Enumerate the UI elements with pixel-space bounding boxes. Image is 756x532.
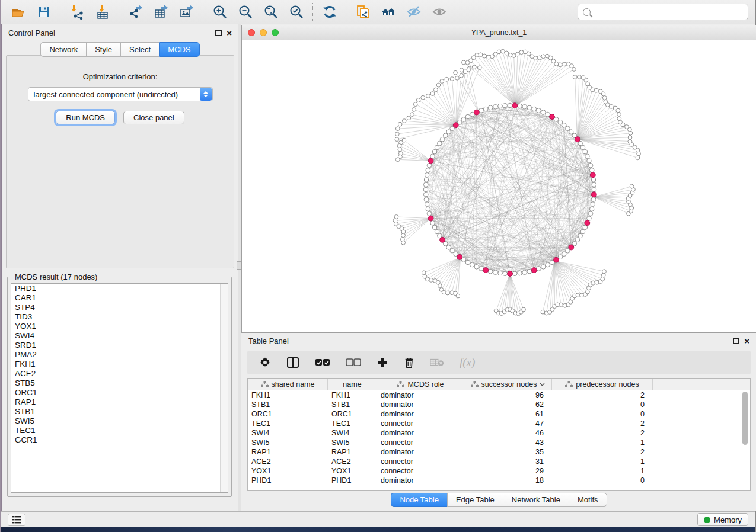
- mcds-result-item[interactable]: TID3: [11, 312, 228, 322]
- desktop-background: [1, 527, 755, 532]
- table-row[interactable]: PHD1PHD1dominator180: [248, 476, 750, 485]
- float-table-panel-icon[interactable]: [733, 338, 739, 344]
- network-canvas[interactable]: [242, 40, 756, 332]
- mcds-result-item[interactable]: SWI4: [11, 331, 228, 341]
- close-panel-icon[interactable]: ×: [227, 30, 232, 36]
- mcds-result-item[interactable]: SWI5: [11, 416, 228, 426]
- network-window-title: YPA_prune.txt_1: [471, 28, 527, 37]
- delete-column-icon[interactable]: [404, 357, 414, 368]
- table-scrollbar-thumb[interactable]: [742, 392, 748, 445]
- toolbar-separator: [203, 3, 203, 21]
- close-table-panel-icon[interactable]: ×: [744, 338, 749, 344]
- task-history-button[interactable]: [8, 514, 25, 526]
- table-row[interactable]: SWI5SWI5connector431: [248, 438, 750, 447]
- mcds-result-item[interactable]: RAP1: [11, 398, 228, 407]
- table-row[interactable]: RAP1RAP1dominator352: [248, 447, 750, 457]
- table-cell: RAP1: [248, 448, 328, 456]
- table-row[interactable]: ACE2ACE2connector311: [248, 457, 750, 466]
- network-window-titlebar[interactable]: YPA_prune.txt_1: [242, 25, 756, 40]
- tab-network[interactable]: Network: [40, 42, 86, 57]
- show-all-icon[interactable]: [426, 1, 452, 23]
- mcds-result-item[interactable]: ORC1: [11, 388, 228, 398]
- column-header-mcds-role[interactable]: MCDS role: [377, 379, 464, 390]
- search-input[interactable]: [594, 8, 748, 17]
- tab-mcds[interactable]: MCDS: [159, 42, 199, 57]
- zoom-out-icon[interactable]: [232, 1, 258, 23]
- close-panel-button[interactable]: Close panel: [123, 111, 184, 124]
- export-image-icon[interactable]: [174, 1, 199, 23]
- toolbar-separator: [312, 3, 313, 21]
- table-row[interactable]: YOX1YOX1connector291: [248, 466, 750, 476]
- refresh-icon[interactable]: [317, 1, 342, 23]
- tab-select[interactable]: Select: [120, 42, 159, 57]
- mcds-result-list[interactable]: PHD1CAR1STP4TID3YOX1SWI4SRD1PMA2FKH1ACE2…: [11, 283, 228, 493]
- table-cell: 1: [552, 467, 653, 475]
- table-row[interactable]: SWI4SWI4dominator462: [248, 428, 750, 438]
- mcds-result-item[interactable]: STP4: [11, 303, 228, 312]
- minimize-window-icon[interactable]: [260, 29, 267, 36]
- delete-table-icon[interactable]: [430, 357, 444, 368]
- mcds-result-item[interactable]: SRD1: [11, 341, 228, 350]
- zoom-fit-icon[interactable]: [258, 1, 283, 23]
- duplicate-network-icon[interactable]: [350, 1, 375, 23]
- save-session-icon[interactable]: [31, 1, 56, 23]
- column-header-name[interactable]: name: [328, 379, 377, 390]
- table-cell: 29: [464, 467, 552, 475]
- split-columns-icon[interactable]: [286, 357, 299, 368]
- criterion-dropdown[interactable]: largest connected component (undirected): [28, 87, 213, 101]
- tab-node-table[interactable]: Node Table: [391, 493, 447, 507]
- search-field[interactable]: [578, 4, 748, 20]
- mcds-result-item[interactable]: PMA2: [11, 350, 228, 360]
- tab-style[interactable]: Style: [86, 42, 120, 57]
- table-row[interactable]: FKH1FKH1dominator962: [248, 390, 750, 400]
- select-all-checkboxes-icon[interactable]: [315, 357, 330, 368]
- splitter-handle[interactable]: [237, 261, 241, 270]
- import-table-icon[interactable]: [90, 1, 115, 23]
- tab-motifs[interactable]: Motifs: [569, 493, 607, 507]
- tab-network-table[interactable]: Network Table: [503, 493, 569, 507]
- column-header-predecessor-nodes[interactable]: predecessor nodes: [552, 379, 653, 390]
- mcds-result-item[interactable]: FKH1: [11, 360, 228, 369]
- column-header-shared-name[interactable]: shared name: [248, 379, 328, 390]
- mcds-result-item[interactable]: STB5: [11, 379, 228, 388]
- zoom-in-icon[interactable]: [207, 1, 232, 23]
- settings-gear-icon[interactable]: [259, 357, 271, 368]
- node-table: shared name name MCDS role successor nod…: [247, 378, 751, 491]
- table-row[interactable]: STB1STB1dominator620: [248, 400, 750, 409]
- open-session-icon[interactable]: [5, 1, 31, 23]
- table-row[interactable]: ORC1ORC1dominator610: [248, 409, 750, 419]
- hide-selected-icon[interactable]: [401, 1, 426, 23]
- mcds-result-item[interactable]: STB1: [11, 407, 228, 416]
- function-builder-icon[interactable]: f(x): [460, 356, 475, 369]
- mcds-result-item[interactable]: PHD1: [11, 284, 228, 293]
- mcds-result-item[interactable]: TEC1: [11, 426, 228, 435]
- mcds-result-item[interactable]: CAR1: [11, 293, 228, 303]
- table-cell: PHD1: [328, 476, 377, 485]
- table-cell: dominator: [377, 476, 464, 485]
- table-cell: 47: [464, 419, 552, 428]
- toolbar-separator: [119, 3, 119, 21]
- memory-button[interactable]: Memory: [697, 513, 748, 526]
- deselect-all-checkboxes-icon[interactable]: [346, 357, 361, 368]
- zoom-selected-icon[interactable]: [283, 1, 309, 23]
- table-scrollbar[interactable]: [742, 392, 749, 486]
- table-row[interactable]: TEC1TEC1connector472: [248, 419, 750, 428]
- first-neighbors-icon[interactable]: [375, 1, 401, 23]
- table-cell: 2: [552, 429, 653, 437]
- mcds-result-item[interactable]: ACE2: [11, 369, 228, 379]
- add-column-icon[interactable]: [377, 357, 388, 368]
- mcds-result-item[interactable]: GCR1: [11, 435, 228, 445]
- tab-edge-table[interactable]: Edge Table: [447, 493, 503, 507]
- export-table-icon[interactable]: [148, 1, 174, 23]
- mcds-result-group: MCDS result (17 nodes) PHD1CAR1STP4TID3Y…: [7, 277, 232, 497]
- run-mcds-button[interactable]: Run MCDS: [56, 111, 115, 124]
- mcds-result-item[interactable]: YOX1: [11, 322, 228, 331]
- close-window-icon[interactable]: [248, 29, 255, 36]
- column-header-successor-nodes[interactable]: successor nodes: [464, 379, 552, 390]
- maximize-window-icon[interactable]: [272, 29, 279, 36]
- table-cell: 0: [552, 476, 653, 485]
- export-network-icon[interactable]: [123, 1, 148, 23]
- mcds-list-scrollbar[interactable]: [220, 284, 228, 492]
- import-network-icon[interactable]: [64, 1, 90, 23]
- float-panel-icon[interactable]: [215, 30, 222, 36]
